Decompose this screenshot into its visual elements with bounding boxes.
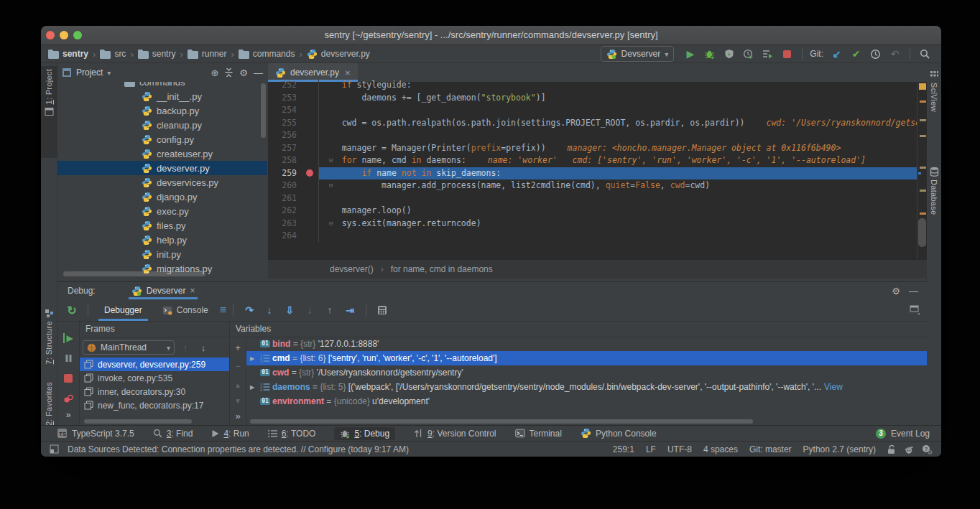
tree-item-commands[interactable]: commands	[57, 82, 267, 89]
git-update-button[interactable]: ↙	[828, 47, 846, 61]
run-configuration-select[interactable]: Devserver ▾	[601, 46, 675, 62]
gutter-cell[interactable]	[301, 92, 318, 105]
move-watch-down-icon[interactable]: ▼	[230, 394, 246, 407]
stack-frame-item[interactable]: devserver, devserver.py:259	[80, 358, 229, 371]
more-actions-icon[interactable]: »	[57, 408, 79, 422]
variable-row-environment[interactable]: 01environment = {unicode} u'development'	[246, 394, 927, 408]
sidebar-item-database[interactable]: Database	[927, 164, 941, 218]
gear-icon[interactable]: ⚙	[239, 67, 248, 78]
code-line-262[interactable]: 262 manager.loop()	[268, 205, 917, 218]
view-breakpoints-icon[interactable]	[57, 391, 79, 406]
status-widget-lf[interactable]: LF	[646, 444, 656, 454]
remove-watch-icon[interactable]: −	[230, 360, 246, 373]
resume-program-icon[interactable]: ▶	[57, 331, 79, 345]
run-with-coverage-button[interactable]	[720, 47, 738, 61]
evaluate-expression-icon[interactable]	[374, 302, 391, 318]
gutter-cell[interactable]	[301, 179, 318, 192]
debug-session-tab[interactable]: Devserver ×	[129, 282, 198, 299]
tree-item-devservices.py[interactable]: devservices.py	[57, 175, 267, 190]
tree-item-files.py[interactable]: files.py	[57, 218, 267, 233]
tree-item-devserver.py[interactable]: devserver.py	[57, 161, 267, 175]
expand-arrow-icon[interactable]: ▶	[246, 384, 258, 391]
run-to-cursor-icon[interactable]: ⇥	[341, 302, 359, 318]
code-line-258[interactable]: 258⊟ for name, cmd in daemons:name: 'wor…	[268, 154, 917, 167]
gutter-cell[interactable]	[301, 154, 318, 167]
breadcrumb-item-runner[interactable]: runner	[188, 49, 227, 59]
restore-layout-icon[interactable]	[910, 305, 921, 315]
hide-panel-icon[interactable]: —	[909, 286, 918, 296]
git-rollback-button[interactable]: ↶	[886, 47, 904, 61]
history-button[interactable]	[866, 47, 884, 61]
tab-debugger[interactable]: Debugger	[96, 299, 151, 321]
frames-horizontal-scrollbar[interactable]	[84, 419, 192, 424]
move-watch-up-icon[interactable]: ▲	[230, 378, 246, 391]
toolwindow-button-version-control[interactable]: 9: Version Control	[414, 429, 496, 439]
title-bar[interactable]: sentry [~/getsentry/sentry] - .../src/se…	[41, 26, 941, 45]
step-over-icon[interactable]: ↷	[241, 302, 258, 318]
code-line-261[interactable]: 261	[268, 192, 917, 205]
code-line-257[interactable]: 257 manager = Manager(Printer(prefix=pre…	[268, 142, 917, 155]
tree-item-cleanup.py[interactable]: cleanup.py	[57, 118, 267, 132]
tree-item-django.py[interactable]: django.py	[57, 190, 267, 204]
editor-scrollbar-thumb[interactable]	[918, 218, 926, 247]
step-out-icon[interactable]: ↑	[321, 302, 338, 318]
status-widget-python-2-7-sentry-[interactable]: Python 2.7 (sentry)	[803, 444, 876, 454]
locate-file-icon[interactable]: ⊕	[211, 67, 218, 78]
breadcrumb-item-devserver.py[interactable]: devserver.py	[307, 49, 370, 60]
sidebar-item-structure[interactable]: 7: Structure	[41, 306, 57, 378]
breadcrumb-item-sentry[interactable]: sentry	[138, 49, 176, 59]
sidebar-item-project[interactable]: 1: Project	[41, 66, 57, 158]
editor-breadcrumb-item[interactable]: devserver()	[330, 264, 374, 274]
gutter-cell[interactable]	[301, 192, 318, 205]
gutter-cell[interactable]	[301, 129, 318, 142]
lock-icon[interactable]	[887, 444, 896, 454]
code-line-253[interactable]: 253 daemons += [_get_daemon("storybook")…	[268, 92, 917, 105]
tree-item-backup.py[interactable]: backup.py	[57, 103, 267, 118]
status-message[interactable]: Data Sources Detected: Connection proper…	[68, 444, 409, 454]
toolwindow-button-run[interactable]: 4: Run	[211, 429, 249, 439]
gutter-cell[interactable]	[301, 218, 318, 230]
toolwindow-button-find[interactable]: 3: Find	[153, 429, 193, 439]
stack-frame-item[interactable]: invoke, core.py:535	[80, 371, 229, 385]
gutter-cell[interactable]	[301, 142, 318, 155]
variable-row-daemons[interactable]: ▶123daemons = {list: 5} [('webpack', ['/…	[246, 380, 927, 394]
rerun-icon[interactable]: ↻	[63, 302, 80, 318]
code-line-259[interactable]: 259 if name not in skip_daemons:	[268, 167, 917, 180]
code-line-263[interactable]: 263⊟ sys.exit(manager.returncode)	[268, 218, 917, 230]
tree-item-help.py[interactable]: help.py	[57, 233, 267, 247]
project-tree-vertical-scrollbar[interactable]	[261, 83, 266, 138]
tree-item-exec.py[interactable]: exec.py	[57, 204, 267, 218]
close-session-icon[interactable]: ×	[190, 286, 195, 296]
chevron-down-icon[interactable]: ▾	[107, 69, 111, 77]
previous-frame-icon[interactable]: ↑	[178, 342, 193, 353]
breadcrumb-item-src[interactable]: src	[100, 49, 126, 59]
run-button[interactable]: ▶	[681, 47, 699, 61]
editor-breadcrumb-item[interactable]: for name, cmd in daemons	[391, 264, 493, 274]
tree-item-createuser.py[interactable]: createuser.py	[57, 146, 267, 161]
code-editor-area[interactable]: 252 if styleguide:253 daemons += [_get_d…	[268, 79, 917, 259]
console-layout-icon[interactable]: ≡	[220, 304, 226, 317]
breadcrumb-item-sentry[interactable]: sentry	[48, 49, 88, 59]
inspection-profile-icon[interactable]: ?	[922, 444, 933, 454]
code-line-254[interactable]: 254	[268, 104, 917, 117]
fold-marker-icon[interactable]: ⊟	[329, 218, 333, 230]
collapse-all-icon[interactable]	[224, 67, 234, 78]
code-line-264[interactable]: 264	[268, 230, 917, 243]
breakpoint-icon[interactable]	[306, 169, 313, 177]
status-widget-git-master[interactable]: Git: master	[749, 444, 792, 454]
profiler-button[interactable]	[739, 47, 757, 61]
editor-error-stripe[interactable]	[917, 82, 927, 259]
variable-row-cmd[interactable]: ▶123cmd = {list: 6} ['sentry', 'run', 'w…	[246, 351, 927, 365]
event-log-button[interactable]: 3Event Log	[876, 429, 941, 439]
code-line-252[interactable]: 252 if styleguide:	[268, 79, 917, 92]
thread-select[interactable]: MainThread ▾	[83, 340, 175, 355]
code-line-260[interactable]: 260⊟ manager.add_process(name, list2cmdl…	[268, 179, 917, 192]
toolwindow-button-debug[interactable]: 5: Debug	[334, 427, 395, 440]
tree-item-init.py[interactable]: init.py	[57, 247, 267, 261]
add-watch-icon[interactable]: +	[230, 341, 246, 354]
debug-button[interactable]	[701, 47, 718, 61]
gutter-cell[interactable]	[301, 230, 318, 243]
variables-horizontal-scrollbar[interactable]	[250, 419, 753, 424]
stop-button[interactable]	[778, 47, 796, 61]
variable-row-bind[interactable]: 01bind = {str} '127.0.0.1:8888'	[246, 337, 927, 351]
